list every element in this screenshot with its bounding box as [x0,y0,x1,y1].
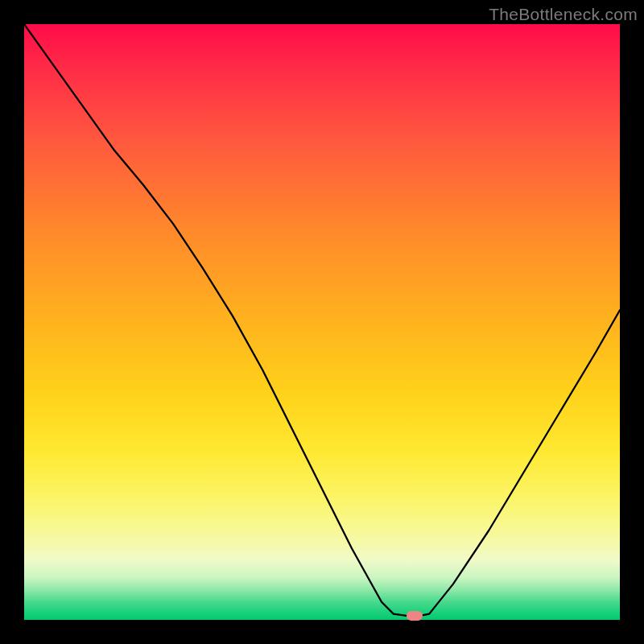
chart-frame: TheBottleneck.com [0,0,644,644]
watermark-text: TheBottleneck.com [489,5,638,24]
optimal-point-marker [407,611,423,621]
plot-area [24,24,620,620]
bottleneck-curve [24,24,620,620]
